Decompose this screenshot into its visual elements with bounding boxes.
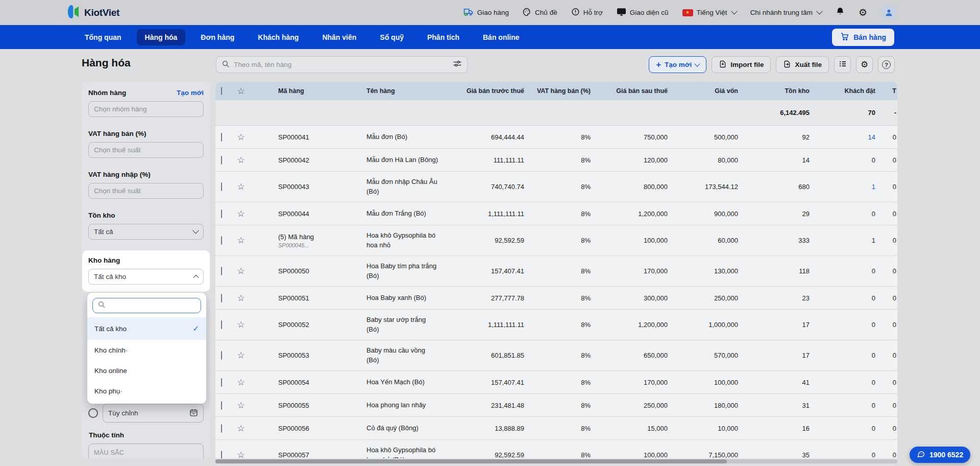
row-checkbox[interactable] [221, 424, 222, 433]
col-price-before[interactable]: Giá bán trước thuế [457, 87, 526, 95]
stock-filter-select[interactable]: Tất cả [88, 224, 204, 240]
branch-selector[interactable]: Chi nhánh trung tâm [750, 9, 822, 16]
favorite-star-icon[interactable]: ☆ [233, 351, 249, 360]
row-checkbox[interactable] [221, 182, 222, 191]
row-checkbox[interactable] [221, 294, 222, 302]
import-file-button[interactable]: Import file [712, 56, 771, 73]
col-code[interactable]: Mã hàng [272, 87, 360, 95]
support-chat-button[interactable]: 1900 6522 [910, 447, 970, 463]
favorite-star-icon[interactable]: ☆ [233, 156, 249, 165]
row-checkbox[interactable] [221, 320, 222, 329]
topmenu-item-2[interactable]: Chủ đề [523, 8, 557, 18]
settings-gear-icon[interactable]: ⚙ [859, 8, 867, 17]
topmenu-item-1[interactable]: Giao hàng [463, 8, 509, 18]
col-stock[interactable]: Tồn kho [740, 87, 811, 95]
create-group-link[interactable]: Tạo mới [177, 89, 204, 97]
table-row[interactable]: ☆SP000052Baby star ướp trắng(Bó)1,111,11… [215, 310, 897, 340]
custom-date-input[interactable]: Tùy chỉnh [103, 404, 204, 423]
favorite-star-icon[interactable]: ☆ [233, 294, 249, 302]
help-button[interactable]: ? [878, 56, 895, 73]
warehouse-select[interactable]: Tất cả kho [88, 269, 204, 285]
favorite-star-icon[interactable]: ☆ [233, 320, 249, 329]
export-file-button[interactable]: Xuất file [776, 56, 829, 73]
vat-rate: 8% [526, 267, 592, 275]
favorite-star-icon[interactable]: ☆ [233, 424, 249, 433]
table-row[interactable]: ☆SP000050Hoa Baby tím pha trắng(Bó)157,4… [215, 256, 897, 287]
search-filter-icon[interactable] [453, 60, 462, 69]
favorite-star-icon[interactable]: ☆ [233, 451, 249, 458]
nav-tab-hang-hoa[interactable]: Hàng hóa [137, 29, 186, 45]
product-code: SP000057 [272, 451, 360, 458]
row-checkbox[interactable] [221, 156, 222, 165]
table-row[interactable]: ☆(5) Mã hàngSP000045...Hoa khô Gypsophil… [215, 225, 897, 256]
search-input[interactable]: Theo mã, tên hàng [216, 56, 468, 73]
table-row[interactable]: ☆SP000043Mẫu đơn nhập Châu Âu(Bó)740,740… [215, 172, 897, 202]
create-new-button[interactable]: + Tạo mới [649, 56, 706, 73]
col-price-after[interactable]: Giá bán sau thuế [592, 87, 669, 95]
warehouse-option-1[interactable]: Tất cả kho✓ [87, 317, 206, 340]
row-checkbox[interactable] [221, 451, 222, 458]
table-row[interactable]: ☆SP000053Baby màu cầu vồng(Bó)601,851.85… [215, 340, 897, 371]
row-checkbox[interactable] [221, 133, 222, 142]
price-after-tax: 750,000 [592, 133, 669, 141]
nav-tab-đon-hang[interactable]: Đơn hàng [192, 29, 242, 45]
warehouse-search-input[interactable] [92, 298, 201, 313]
col-vat[interactable]: VAT hàng bán (%) [526, 87, 592, 95]
brand[interactable]: KiotViet [66, 0, 119, 25]
favorite-star-icon[interactable]: ☆ [233, 236, 249, 245]
row-checkbox[interactable] [221, 267, 222, 275]
favorite-star-icon[interactable]: ☆ [233, 378, 249, 387]
table-row[interactable]: ☆SP000057Hoa khô Gypsophila bóhoa nhỏ (B… [215, 440, 897, 458]
nav-tab-phan-tich[interactable]: Phân tích [419, 29, 468, 45]
vat-purchase-input[interactable]: Chọn thuế suất [88, 183, 204, 199]
attributes-input[interactable]: MÀU SẮC [88, 444, 204, 458]
custom-date-radio[interactable] [88, 408, 98, 418]
product-code: SP000053 [272, 352, 360, 359]
group-filter-input[interactable]: Chọn nhóm hàng [88, 101, 204, 117]
row-checkbox[interactable] [221, 378, 222, 387]
notifications-button[interactable] [836, 7, 845, 18]
table-row[interactable]: ☆SP000055Hoa phong lan nhảy231,481.488%2… [215, 394, 897, 417]
nav-tab-tong-quan[interactable]: Tổng quan [77, 29, 130, 45]
table-row[interactable]: ☆SP000054Hoa Yến Mạch (Bó)157,407.418%17… [215, 371, 897, 394]
nav-tab-ban-online[interactable]: Bán online [475, 29, 528, 45]
nav-tab-nhan-vien[interactable]: Nhân viên [314, 29, 364, 45]
col-ordered[interactable]: Khách đặt [811, 87, 877, 95]
customer-ordered-qty[interactable]: 1 [811, 183, 877, 191]
row-checkbox[interactable] [221, 236, 222, 245]
topmenu-item-4[interactable]: Giao diện cũ [617, 8, 669, 18]
table-row[interactable]: ☆SP000044Mẫu đơn Trắng (Bó)1,111,111.118… [215, 202, 897, 225]
scrollbar-thumb[interactable] [215, 459, 727, 463]
table-row[interactable]: ☆SP000051Hoa Baby xanh (Bó)277,777.788%3… [215, 287, 897, 310]
warehouse-option-2[interactable]: Kho chính· [87, 340, 206, 360]
warehouse-option-4[interactable]: Kho phụ· [87, 381, 206, 401]
user-avatar[interactable] [881, 5, 896, 20]
favorite-star-icon[interactable]: ☆ [233, 401, 249, 410]
table-row[interactable]: ☆SP000056Cỏ đá quý (Bông)13,888.898%15,0… [215, 417, 897, 440]
language-selector[interactable]: ★ Tiếng Việt [682, 9, 737, 16]
vat-sale-input[interactable]: Chọn thuế suất [88, 142, 204, 158]
col-cost[interactable]: Giá vốn [669, 87, 740, 95]
row-checkbox[interactable] [221, 351, 222, 360]
row-checkbox[interactable] [221, 209, 222, 218]
column-layout-button[interactable] [834, 56, 851, 73]
favorite-star-icon[interactable]: ☆ [233, 133, 249, 142]
table-row[interactable]: ☆SP000042Mẫu đơn Hà Lan (Bông)111,111.11… [215, 149, 897, 172]
favorite-star-icon[interactable]: ☆ [233, 209, 249, 218]
topmenu-item-3[interactable]: Hỗ trợ [571, 8, 603, 18]
row-checkbox[interactable] [221, 401, 222, 410]
nav-tab-khach-hang[interactable]: Khách hàng [250, 29, 307, 45]
table-settings-button[interactable]: ⚙ [856, 56, 873, 73]
favorite-star-icon[interactable]: ☆ [233, 182, 249, 191]
nav-tab-so-quy[interactable]: Sổ quỹ [372, 29, 412, 45]
customer-ordered-qty[interactable]: 14 [811, 133, 877, 141]
select-all-checkbox[interactable] [221, 87, 222, 95]
star-column-icon[interactable]: ☆ [233, 87, 249, 96]
table-row[interactable]: ☆SP000041Mẫu đơn (Bó)694,444.448%750,000… [215, 126, 897, 149]
sell-button[interactable]: Bán hàng [832, 29, 894, 46]
col-t-truncated[interactable]: T [877, 87, 897, 95]
horizontal-scrollbar[interactable] [215, 459, 897, 463]
warehouse-option-3[interactable]: Kho online [87, 360, 206, 381]
favorite-star-icon[interactable]: ☆ [233, 267, 249, 275]
col-name[interactable]: Tên hàng [360, 87, 457, 95]
